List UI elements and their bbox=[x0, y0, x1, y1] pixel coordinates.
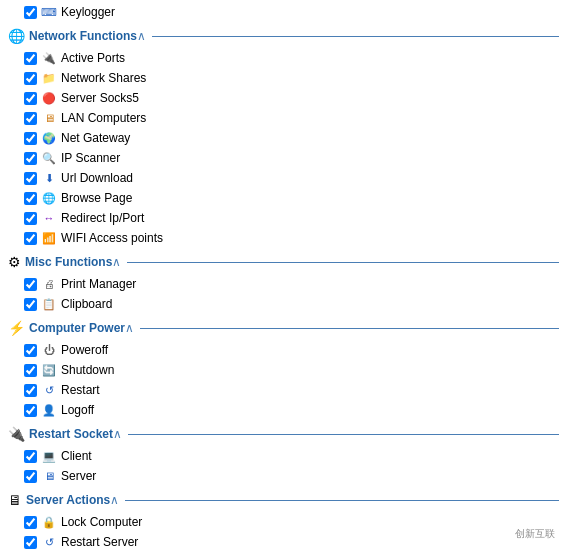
icon-network-shares: 📁 bbox=[41, 70, 57, 86]
misc-functions-chevron[interactable]: ∧ bbox=[112, 255, 121, 269]
label-server: Server bbox=[61, 469, 96, 483]
label-wifi-access-points: WIFI Access points bbox=[61, 231, 163, 245]
checkbox-server-socks5[interactable] bbox=[24, 92, 37, 105]
checkbox-client[interactable] bbox=[24, 450, 37, 463]
checkbox-restart[interactable] bbox=[24, 384, 37, 397]
restart-socket-icon: 🔌 bbox=[8, 426, 25, 442]
main-panel: ⌨ Keylogger 🌐Network Functions∧🔌Active P… bbox=[0, 0, 567, 551]
checkbox-network-shares[interactable] bbox=[24, 72, 37, 85]
checkbox-shutdown[interactable] bbox=[24, 364, 37, 377]
item-browse-page: 🌐Browse Page bbox=[0, 188, 567, 208]
label-restart-server: Restart Server bbox=[61, 535, 138, 549]
checkbox-lan-computers[interactable] bbox=[24, 112, 37, 125]
icon-url-download: ⬇ bbox=[41, 170, 57, 186]
misc-functions-icon: ⚙ bbox=[8, 254, 21, 270]
item-restart-server: ↺Restart Server bbox=[0, 532, 567, 551]
icon-poweroff: ⏻ bbox=[41, 342, 57, 358]
item-logoff: 👤Logoff bbox=[0, 400, 567, 420]
icon-client: 💻 bbox=[41, 448, 57, 464]
icon-lock-computer: 🔒 bbox=[41, 514, 57, 530]
section-header-server-actions: 🖥Server Actions∧ bbox=[0, 486, 567, 512]
checkbox-poweroff[interactable] bbox=[24, 344, 37, 357]
checkbox-wifi-access-points[interactable] bbox=[24, 232, 37, 245]
icon-shutdown: 🔄 bbox=[41, 362, 57, 378]
network-functions-title: Network Functions bbox=[29, 29, 137, 43]
icon-restart: ↺ bbox=[41, 382, 57, 398]
label-ip-scanner: IP Scanner bbox=[61, 151, 120, 165]
server-actions-chevron[interactable]: ∧ bbox=[110, 493, 119, 507]
label-active-ports: Active Ports bbox=[61, 51, 125, 65]
computer-power-title: Computer Power bbox=[29, 321, 125, 335]
computer-power-chevron[interactable]: ∧ bbox=[125, 321, 134, 335]
item-restart: ↺Restart bbox=[0, 380, 567, 400]
label-poweroff: Poweroff bbox=[61, 343, 108, 357]
server-actions-icon: 🖥 bbox=[8, 492, 22, 508]
label-browse-page: Browse Page bbox=[61, 191, 132, 205]
checkbox-redirect-ip-port[interactable] bbox=[24, 212, 37, 225]
label-redirect-ip-port: Redirect Ip/Port bbox=[61, 211, 144, 225]
network-functions-icon: 🌐 bbox=[8, 28, 25, 44]
icon-net-gateway: 🌍 bbox=[41, 130, 57, 146]
item-wifi-access-points: 📶WIFI Access points bbox=[0, 228, 567, 248]
label-server-socks5: Server Socks5 bbox=[61, 91, 139, 105]
keylogger-label: Keylogger bbox=[61, 5, 115, 19]
item-poweroff: ⏻Poweroff bbox=[0, 340, 567, 360]
checkbox-lock-computer[interactable] bbox=[24, 516, 37, 529]
label-url-download: Url Download bbox=[61, 171, 133, 185]
checkbox-ip-scanner[interactable] bbox=[24, 152, 37, 165]
label-lan-computers: LAN Computers bbox=[61, 111, 146, 125]
icon-redirect-ip-port: ↔ bbox=[41, 210, 57, 226]
checkbox-browse-page[interactable] bbox=[24, 192, 37, 205]
misc-functions-title: Misc Functions bbox=[25, 255, 112, 269]
checkbox-url-download[interactable] bbox=[24, 172, 37, 185]
checkbox-print-manager[interactable] bbox=[24, 278, 37, 291]
icon-ip-scanner: 🔍 bbox=[41, 150, 57, 166]
icon-active-ports: 🔌 bbox=[41, 50, 57, 66]
checkbox-logoff[interactable] bbox=[24, 404, 37, 417]
checkbox-restart-server[interactable] bbox=[24, 536, 37, 549]
section-header-misc-functions: ⚙Misc Functions∧ bbox=[0, 248, 567, 274]
server-actions-title: Server Actions bbox=[26, 493, 110, 507]
label-restart: Restart bbox=[61, 383, 100, 397]
checkbox-active-ports[interactable] bbox=[24, 52, 37, 65]
label-logoff: Logoff bbox=[61, 403, 94, 417]
restart-socket-chevron[interactable]: ∧ bbox=[113, 427, 122, 441]
section-header-computer-power: ⚡Computer Power∧ bbox=[0, 314, 567, 340]
item-ip-scanner: 🔍IP Scanner bbox=[0, 148, 567, 168]
label-net-gateway: Net Gateway bbox=[61, 131, 130, 145]
label-clipboard: Clipboard bbox=[61, 297, 112, 311]
checkbox-clipboard[interactable] bbox=[24, 298, 37, 311]
watermark: 创新互联 bbox=[511, 525, 559, 543]
keylogger-icon: ⌨ bbox=[41, 4, 57, 20]
checkbox-net-gateway[interactable] bbox=[24, 132, 37, 145]
network-functions-chevron[interactable]: ∧ bbox=[137, 29, 146, 43]
label-lock-computer: Lock Computer bbox=[61, 515, 142, 529]
label-network-shares: Network Shares bbox=[61, 71, 146, 85]
icon-clipboard: 📋 bbox=[41, 296, 57, 312]
section-header-restart-socket: 🔌Restart Socket∧ bbox=[0, 420, 567, 446]
item-lock-computer: 🔒Lock Computer bbox=[0, 512, 567, 532]
icon-restart-server: ↺ bbox=[41, 534, 57, 550]
checkbox-server[interactable] bbox=[24, 470, 37, 483]
item-client: 💻Client bbox=[0, 446, 567, 466]
item-clipboard: 📋Clipboard bbox=[0, 294, 567, 314]
restart-socket-title: Restart Socket bbox=[29, 427, 113, 441]
section-header-network-functions: 🌐Network Functions∧ bbox=[0, 22, 567, 48]
icon-wifi-access-points: 📶 bbox=[41, 230, 57, 246]
item-server: 🖥Server bbox=[0, 466, 567, 486]
icon-server-socks5: 🔴 bbox=[41, 90, 57, 106]
item-lan-computers: 🖥LAN Computers bbox=[0, 108, 567, 128]
label-shutdown: Shutdown bbox=[61, 363, 114, 377]
item-url-download: ⬇Url Download bbox=[0, 168, 567, 188]
icon-server: 🖥 bbox=[41, 468, 57, 484]
item-print-manager: 🖨Print Manager bbox=[0, 274, 567, 294]
keylogger-item: ⌨ Keylogger bbox=[0, 0, 567, 22]
icon-lan-computers: 🖥 bbox=[41, 110, 57, 126]
item-shutdown: 🔄Shutdown bbox=[0, 360, 567, 380]
item-server-socks5: 🔴Server Socks5 bbox=[0, 88, 567, 108]
keylogger-checkbox[interactable] bbox=[24, 6, 37, 19]
item-network-shares: 📁Network Shares bbox=[0, 68, 567, 88]
icon-print-manager: 🖨 bbox=[41, 276, 57, 292]
item-active-ports: 🔌Active Ports bbox=[0, 48, 567, 68]
computer-power-icon: ⚡ bbox=[8, 320, 25, 336]
